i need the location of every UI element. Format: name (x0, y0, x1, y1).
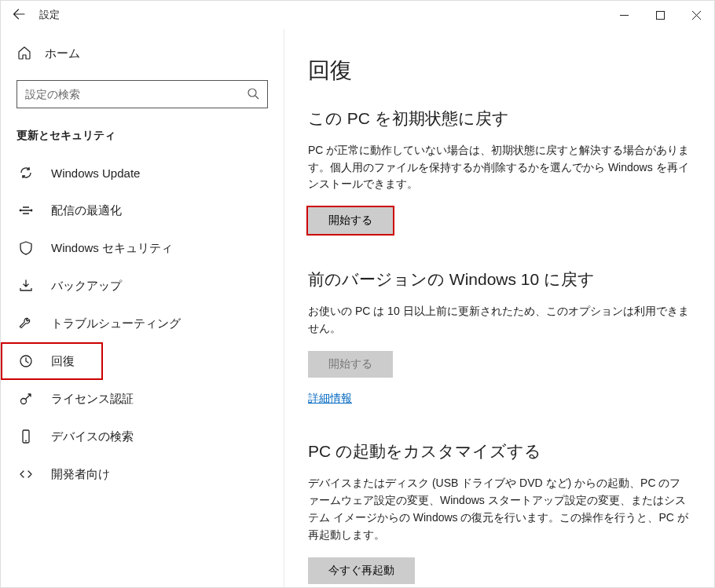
sidebar-item-windows-security[interactable]: Windows セキュリティ (1, 229, 284, 267)
minimize-button[interactable] (606, 1, 642, 29)
search-icon (247, 87, 259, 102)
delivery-icon (18, 203, 34, 218)
svg-rect-0 (656, 11, 664, 19)
goback-body: お使いの PC は 10 日以上前に更新されたため、このオプションは利用できませ… (308, 303, 691, 337)
maximize-button[interactable] (642, 1, 678, 29)
page-title: 回復 (308, 56, 691, 86)
phone-icon (18, 429, 34, 444)
sidebar-item-for-developers[interactable]: 開発者向け (1, 455, 284, 493)
window-title: 設定 (39, 8, 60, 22)
sidebar-item-label: Windows Update (51, 166, 266, 180)
search-field[interactable] (25, 88, 247, 100)
sidebar-item-delivery-optimization[interactable]: 配信の最適化 (1, 192, 284, 229)
sync-icon (18, 165, 34, 181)
advanced-restart-button[interactable]: 今すぐ再起動 (308, 557, 415, 584)
reset-body: PC が正常に動作していない場合は、初期状態に戻すと解決する場合があります。個人… (308, 142, 691, 193)
reset-heading: この PC を初期状態に戻す (308, 108, 691, 130)
sidebar-item-label: 開発者向け (51, 467, 266, 482)
reset-start-button[interactable]: 開始する (308, 207, 393, 234)
backup-icon (18, 278, 34, 294)
sidebar-item-label: Windows セキュリティ (51, 241, 266, 256)
advanced-heading: PC の起動をカスタマイズする (308, 440, 691, 462)
back-icon[interactable] (13, 8, 25, 23)
main-panel: 回復 この PC を初期状態に戻す PC が正常に動作していない場合は、初期状態… (284, 29, 714, 587)
home-icon (16, 45, 32, 63)
home-link[interactable]: ホーム (1, 37, 284, 71)
sidebar-item-backup[interactable]: バックアップ (1, 267, 284, 305)
close-button[interactable] (678, 1, 714, 29)
sidebar-item-label: ライセンス認証 (51, 392, 266, 407)
svg-point-3 (31, 210, 33, 212)
goback-start-button: 開始する (308, 351, 393, 378)
goback-moreinfo-link[interactable]: 詳細情報 (308, 392, 691, 406)
key-icon (18, 391, 34, 407)
wrench-icon (18, 316, 34, 331)
sidebar-item-label: トラブルシューティング (51, 316, 266, 331)
svg-point-7 (25, 440, 27, 442)
sidebar-item-activation[interactable]: ライセンス認証 (1, 380, 284, 418)
home-label: ホーム (45, 46, 80, 61)
sidebar: ホーム 更新とセキュリティ Windows Update (1, 29, 284, 587)
sidebar-item-label: 回復 (51, 354, 86, 369)
sidebar-item-windows-update[interactable]: Windows Update (1, 154, 284, 192)
svg-point-1 (248, 89, 256, 97)
shield-icon (18, 240, 34, 256)
dev-icon (18, 466, 34, 482)
advanced-body: デバイスまたはディスク (USB ドライブや DVD など) からの起動、PC … (308, 475, 691, 543)
sidebar-item-label: 配信の最適化 (51, 203, 266, 218)
sidebar-item-label: デバイスの検索 (51, 429, 266, 444)
sidebar-item-recovery[interactable]: 回復 (1, 342, 103, 380)
recovery-icon (18, 353, 34, 369)
titlebar: 設定 (1, 1, 714, 29)
goback-heading: 前のバージョンの Windows 10 に戻す (308, 268, 691, 290)
search-input[interactable] (16, 80, 268, 108)
sidebar-item-label: バックアップ (51, 279, 266, 294)
sidebar-item-find-my-device[interactable]: デバイスの検索 (1, 418, 284, 455)
sidebar-item-troubleshoot[interactable]: トラブルシューティング (1, 305, 284, 342)
svg-point-2 (20, 210, 22, 212)
nav-list: Windows Update 配信の最適化 Windows セキュリティ (1, 154, 284, 493)
category-header: 更新とセキュリティ (1, 115, 284, 154)
